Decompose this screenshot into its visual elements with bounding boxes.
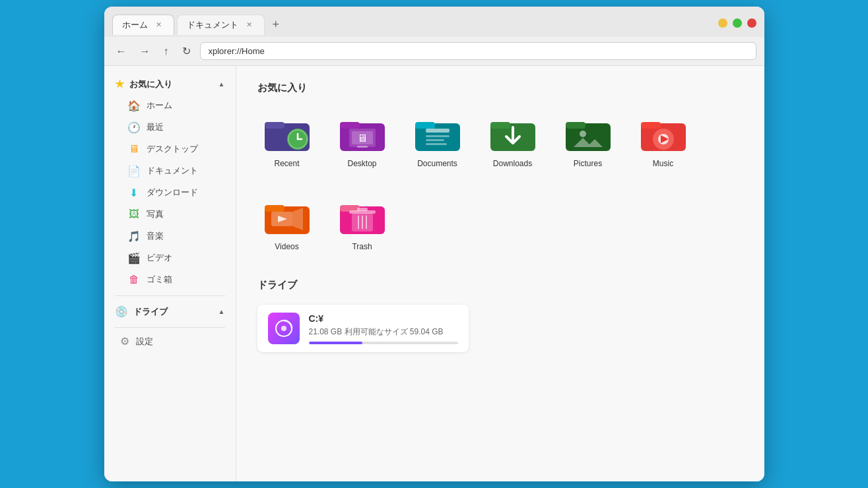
music-icon: 🎵	[128, 230, 140, 242]
drives-arrow: ▲	[218, 308, 225, 315]
folder-desktop-label: Desktop	[347, 159, 376, 168]
svg-rect-26	[265, 205, 284, 212]
sidebar-recent-label: 最近	[147, 121, 164, 133]
folder-videos[interactable]: Videos	[257, 191, 317, 258]
sidebar-trash-label: ゴミ箱	[147, 274, 172, 286]
up-button[interactable]: ↑	[160, 43, 173, 60]
drive-c-info: C:¥ 21.08 GB 利用可能なサイズ 59.04 GB	[309, 313, 458, 344]
minimize-button[interactable]	[718, 18, 727, 28]
tab-home[interactable]: ホーム ✕	[112, 15, 174, 35]
sidebar-favorites-label: お気に入り	[129, 78, 172, 90]
svg-point-20	[580, 131, 586, 137]
sidebar-pictures-label: 写真	[147, 208, 164, 220]
drive-c-bar-bg	[309, 342, 458, 344]
sidebar-item-trash[interactable]: 🗑 ゴミ箱	[110, 269, 230, 290]
tab-home-close[interactable]: ✕	[153, 19, 164, 30]
favorites-arrow: ▲	[218, 80, 225, 88]
svg-rect-14	[426, 139, 444, 141]
folder-desktop[interactable]: 🖥 Desktop	[333, 107, 392, 175]
folder-trash-icon	[339, 197, 386, 237]
sidebar-item-home[interactable]: 🏠 ホーム	[110, 95, 230, 116]
drive-section-icon: 💿	[115, 305, 128, 318]
sidebar-home-label: ホーム	[147, 100, 172, 111]
folder-documents-icon	[414, 114, 461, 154]
folder-pictures-icon	[564, 114, 612, 154]
sidebar-music-label: 音楽	[147, 230, 164, 242]
svg-rect-19	[566, 122, 585, 129]
window-controls	[718, 18, 756, 30]
folder-pictures[interactable]: Pictures	[558, 107, 618, 175]
content-area: お気に入り Recent	[236, 66, 764, 481]
tab-documents-label: ドキュメント	[187, 19, 238, 31]
drive-c-detail: 21.08 GB 利用可能なサイズ 59.04 GB	[309, 326, 458, 338]
tab-documents[interactable]: ドキュメント ✕	[177, 15, 265, 35]
folder-pictures-label: Pictures	[574, 159, 602, 168]
favorites-section-title: お気に入り	[257, 82, 743, 94]
sidebar: ★ お気に入り ▲ 🏠 ホーム 🕐 最近 🖥 デスクトップ 📄 ドキュメント	[104, 66, 236, 481]
close-button[interactable]	[747, 18, 756, 28]
sidebar-favorites-header[interactable]: ★ お気に入り ▲	[104, 74, 236, 94]
svg-rect-8	[357, 146, 368, 148]
folder-videos-icon	[263, 197, 311, 237]
favorites-folder-grid: Recent 🖥 Desktop	[257, 107, 743, 258]
tab-documents-close[interactable]: ✕	[244, 19, 255, 30]
drive-c[interactable]: C:¥ 21.08 GB 利用可能なサイズ 59.04 GB	[257, 305, 469, 352]
recent-icon: 🕐	[128, 121, 140, 133]
sidebar-drives-header[interactable]: 💿 ドライブ ▲	[104, 301, 236, 322]
sidebar-item-downloads[interactable]: ⬇ ダウンロード	[110, 182, 230, 203]
sidebar-bottom-divider	[115, 327, 225, 328]
svg-rect-1	[265, 122, 284, 129]
folder-downloads[interactable]: Downloads	[483, 107, 543, 175]
folder-documents[interactable]: Documents	[408, 107, 467, 175]
svg-rect-17	[490, 122, 510, 129]
folder-trash[interactable]: Trash	[333, 191, 392, 258]
folder-recent[interactable]: Recent	[257, 107, 317, 175]
folder-documents-label: Documents	[417, 159, 457, 168]
folder-recent-label: Recent	[274, 159, 299, 168]
sidebar-item-music[interactable]: 🎵 音楽	[110, 226, 230, 247]
documents-icon: 📄	[128, 165, 140, 177]
sidebar-divider	[115, 295, 225, 296]
trash-icon: 🗑	[128, 274, 140, 286]
sidebar-item-pictures[interactable]: 🖼 写真	[110, 204, 230, 225]
tab-home-label: ホーム	[122, 19, 148, 31]
videos-icon: 🎬	[128, 252, 140, 264]
forward-button[interactable]: →	[136, 43, 154, 60]
home-icon: 🏠	[128, 100, 140, 111]
sidebar-settings[interactable]: ⚙ 設定	[110, 330, 230, 352]
folder-desktop-icon: 🖥	[339, 114, 386, 154]
folder-recent-icon	[263, 114, 311, 154]
sidebar-videos-label: ビデオ	[147, 252, 172, 264]
svg-point-37	[281, 326, 286, 331]
svg-rect-11	[415, 122, 435, 129]
sidebar-item-documents[interactable]: 📄 ドキュメント	[110, 160, 230, 181]
sidebar-documents-label: ドキュメント	[147, 165, 198, 177]
sidebar-drives-label: ドライブ	[133, 306, 168, 318]
drive-icon	[268, 313, 300, 344]
folder-trash-label: Trash	[352, 242, 372, 251]
star-icon: ★	[115, 78, 124, 90]
desktop-icon: 🖥	[128, 143, 140, 155]
downloads-icon: ⬇	[128, 187, 140, 198]
drive-c-name: C:¥	[309, 313, 458, 324]
svg-rect-13	[426, 135, 450, 137]
sidebar-item-recent[interactable]: 🕐 最近	[110, 117, 230, 138]
address-bar[interactable]	[200, 42, 756, 60]
back-button[interactable]: ←	[112, 43, 131, 60]
svg-rect-22	[641, 122, 661, 129]
svg-rect-5	[340, 122, 360, 129]
svg-rect-12	[426, 129, 450, 133]
tab-bar: ホーム ✕ ドキュメント ✕ +	[104, 7, 764, 37]
svg-text:🖥: 🖥	[357, 133, 368, 144]
drives-section-title: ドライブ	[257, 279, 743, 291]
sidebar-item-videos[interactable]: 🎬 ビデオ	[110, 247, 230, 268]
tab-add-button[interactable]: +	[267, 15, 285, 34]
maximize-button[interactable]	[733, 18, 742, 28]
sidebar-item-desktop[interactable]: 🖥 デスクトップ	[110, 138, 230, 160]
pictures-icon: 🖼	[128, 208, 140, 220]
sidebar-downloads-label: ダウンロード	[147, 187, 198, 198]
drive-c-bar-fill	[309, 342, 362, 344]
sidebar-settings-label: 設定	[136, 336, 153, 348]
refresh-button[interactable]: ↻	[178, 42, 195, 60]
folder-music[interactable]: Music	[634, 107, 693, 175]
